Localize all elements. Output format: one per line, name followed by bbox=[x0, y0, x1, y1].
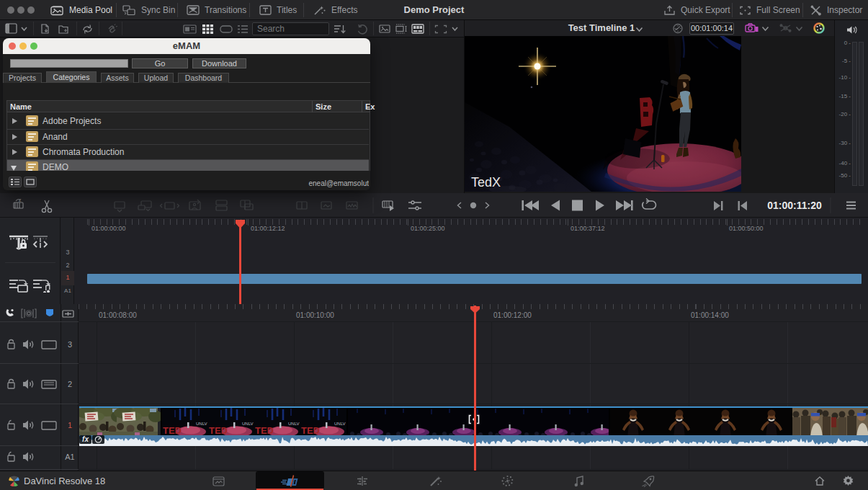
svg-text:z: z bbox=[19, 197, 22, 202]
svg-text:TedX: TedX bbox=[471, 175, 501, 190]
